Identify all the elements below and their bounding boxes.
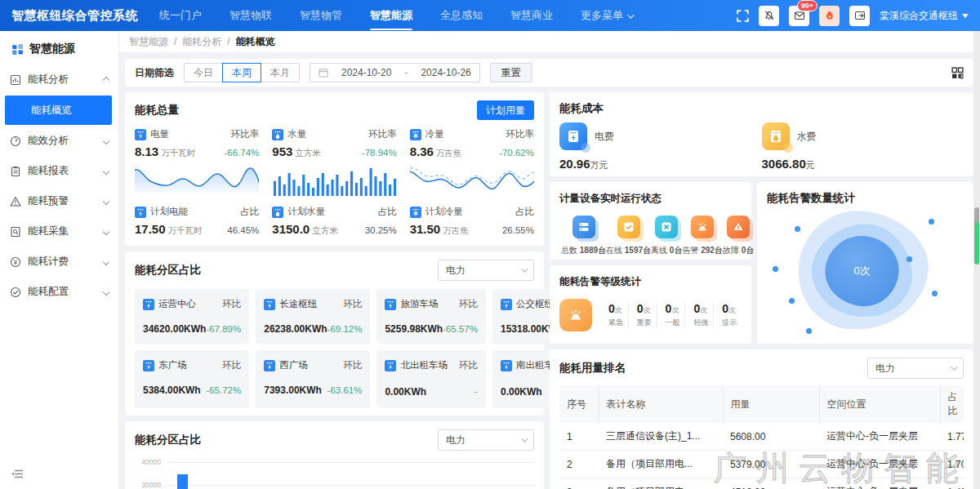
station-switcher[interactable]: 棠溪综合交通枢纽 (880, 9, 969, 23)
breadcrumb: 智慧能源 / 能耗分析 / 能耗概览 (118, 31, 980, 52)
quick-tool-button[interactable] (819, 6, 840, 26)
quick-range-segment: 今日 本周 本月 (184, 63, 300, 82)
table-row[interactable]: 1三层通信设备(主)_1...5608.00运营中心-负一层夹层1.77% (559, 423, 964, 451)
date-start: 2024-10-20 (341, 67, 391, 78)
workspace-button[interactable] (849, 6, 870, 26)
ratio-value: 26.55% (502, 225, 534, 235)
ratio-value: 46.45% (227, 225, 259, 235)
alarm-level-title: 能耗告警等级统计 (559, 276, 641, 287)
nav-iot[interactable]: 智慧物联 (229, 8, 272, 23)
sidebar-item-energy-config[interactable]: 能耗配置 (0, 277, 118, 307)
device-status-title: 计量设备实时运行状态 (559, 193, 662, 204)
alarm-level-important: 0次 重要 (628, 302, 657, 328)
water-sparkline (272, 162, 396, 196)
meter-icon (264, 299, 275, 310)
logout-icon (854, 10, 866, 21)
quick-week-button[interactable]: 本周 (222, 63, 261, 82)
zone-tile: 旅游车场环比 5259.98KWh-65.57% (376, 289, 486, 344)
nav-more-menu[interactable]: 更多菜单 (581, 8, 632, 23)
fullscreen-icon[interactable] (737, 10, 749, 22)
nav-business[interactable]: 智慧商业 (510, 8, 553, 23)
message-count-badge: 99+ (797, 0, 817, 11)
check-circle-icon (10, 287, 21, 298)
meter-icon (272, 129, 283, 140)
scrollbar-thumb[interactable] (974, 207, 979, 265)
alarm-level-card: 能耗告警等级统计 0次 紧急 0次 (550, 265, 751, 344)
alarm-level-normal: 0次 一般 (657, 302, 685, 328)
sidebar: 智慧能源 能耗分析 能耗概览 能效分析 能耗报表 能耗预警 能耗采集 能耗计费 … (0, 31, 118, 489)
plan-usage-button[interactable]: 计划用量 (477, 100, 534, 120)
ranking-title: 能耗用量排名 (559, 361, 626, 376)
zone-tile: 北出租车场环比 0.00KWh- (376, 350, 486, 408)
chevron-down-icon (103, 288, 109, 295)
chevron-down-icon (103, 167, 109, 174)
siren-icon (691, 216, 714, 238)
energy-cost-card: 能耗成本 电费 20.96万元 (550, 92, 973, 176)
sidebar-item-energy-billing[interactable]: 能耗计费 (0, 247, 118, 277)
alarm-count-value: 0次 (853, 264, 870, 278)
meter-icon (501, 299, 512, 310)
table-row[interactable]: 3备用（项目部用电...4516.00运营中心-负一层夹层1.43% (559, 478, 964, 489)
zone-ratio-card: 能耗分区占比 电力 运营中心环比 34620.00KWh-67.89% 长途枢纽… (125, 251, 544, 416)
plan-cooling: 计划冷量 占比 31.50万吉焦 26.55% (410, 206, 534, 237)
chevron-down-icon (103, 137, 109, 144)
energy-type-select[interactable]: 电力 (438, 260, 534, 281)
collapse-sidebar-icon (11, 469, 24, 479)
document-search-icon (10, 226, 21, 238)
chevron-down-icon (103, 198, 109, 204)
energy-total-card: 能耗总量 计划用量 电量 环比率 8.13万千瓦时 -66.74% (125, 92, 544, 246)
zone-chart-card: 能耗分区占比 电力 40000 30000 (125, 421, 544, 489)
messages-button[interactable]: 99+ (789, 6, 809, 26)
quick-month-button[interactable]: 本月 (261, 63, 300, 82)
col-header: 表计名称 (599, 385, 723, 423)
sidebar-item-energy-report[interactable]: 能耗报表 (0, 156, 118, 186)
energy-type-select[interactable]: 电力 (867, 358, 964, 379)
quick-today-button[interactable]: 今日 (184, 63, 223, 82)
scrollbar[interactable] (973, 31, 980, 489)
zone-tile: 东广场环比 5384.00KWh-65.72% (135, 350, 249, 408)
electricity-sparkline (135, 162, 259, 196)
warning-triangle-icon (727, 216, 750, 238)
ratio-value: -70.62% (499, 148, 534, 158)
layout-grid-button[interactable] (951, 67, 964, 79)
sidebar-item-energy-warning[interactable]: 能耗预警 (0, 186, 118, 216)
reset-button[interactable]: 重置 (490, 63, 532, 82)
date-range-picker[interactable]: 2024-10-20 - 2024-10-26 (310, 63, 480, 82)
meter-icon (143, 360, 154, 371)
cost-water: 水费 3066.80元 (762, 122, 964, 171)
chevron-down-icon (962, 14, 969, 18)
col-header: 用量 (723, 385, 819, 423)
device-alarm: 告警 292台 (682, 216, 722, 256)
sidebar-item-efficiency-analysis[interactable]: 能效分析 (0, 126, 118, 156)
water-meter-icon (762, 122, 790, 150)
meter-icon (143, 299, 154, 310)
breadcrumb-item[interactable]: 能耗分析 (182, 35, 221, 49)
sidebar-item-energy-overview[interactable]: 能耗概览 (5, 96, 112, 125)
calendar-icon (318, 68, 328, 78)
ratio-value: -66.74% (224, 148, 259, 158)
nav-portal[interactable]: 统一门户 (159, 8, 202, 23)
chevron-down-icon (951, 363, 957, 370)
nav-energy[interactable]: 智慧能源 (370, 8, 412, 23)
chevron-up-icon (103, 76, 109, 82)
y-tick: 30000 (135, 481, 161, 489)
notification-mute-button[interactable] (759, 6, 779, 26)
breadcrumb-item[interactable]: 智慧能源 (129, 35, 168, 49)
sidebar-item-energy-analysis[interactable]: 能耗分析 (0, 64, 118, 95)
check-box-icon (617, 216, 640, 238)
gauge-icon (10, 136, 21, 147)
date-end: 2024-10-26 (421, 67, 470, 78)
collapse-sidebar-button[interactable] (0, 459, 118, 489)
sidebar-item-energy-collect[interactable]: 能耗采集 (0, 216, 118, 247)
device-online: 在线 1597台 (606, 216, 651, 256)
energy-total-title: 能耗总量 (135, 103, 179, 118)
table-row[interactable]: 2备用（项目部用电...5379.00运营中心-负一层夹层1.70% (559, 451, 964, 478)
app-title: 智慧枢纽综合管控系统 (11, 8, 138, 24)
nav-property[interactable]: 智慧物管 (300, 8, 342, 23)
nav-sensing[interactable]: 全息感知 (440, 8, 483, 23)
sidebar-title: 智慧能源 (0, 31, 118, 64)
energy-type-select[interactable]: 电力 (438, 429, 534, 451)
cost-electricity: 电费 20.96万元 (559, 122, 762, 171)
bell-slash-icon (764, 10, 775, 21)
device-fault: 故障 0台 (723, 216, 754, 256)
